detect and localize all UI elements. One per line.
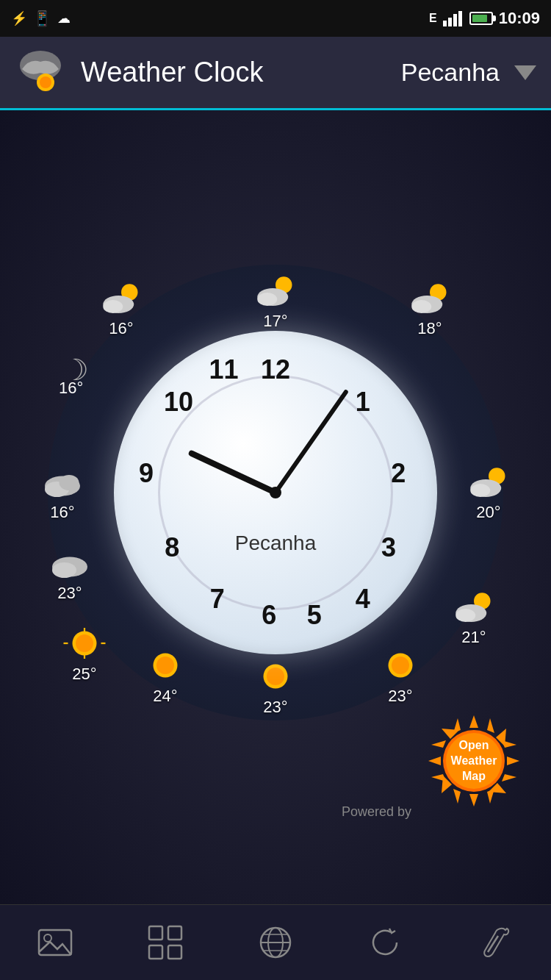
- svg-marker-53: [431, 740, 446, 748]
- status-left-icons: ⚡ 📱 ☁: [11, 10, 71, 27]
- svg-rect-2: [453, 14, 457, 26]
- svg-marker-48: [502, 740, 516, 748]
- weather-item-top-left: 16°: [99, 279, 143, 338]
- clock-num-8: 8: [165, 532, 179, 563]
- clock-num-1: 1: [356, 387, 370, 418]
- temp-bottom-center-right: 23°: [388, 687, 412, 706]
- svg-marker-45: [428, 757, 441, 765]
- svg-marker-47: [487, 718, 494, 733]
- cloud-sun-icon-bottom-right: [452, 588, 496, 625]
- svg-point-12: [411, 300, 431, 313]
- header-location[interactable]: Pecanha: [401, 58, 500, 87]
- bottom-widgets-button[interactable]: [143, 920, 187, 965]
- temp-bottom-left: 25°: [72, 665, 96, 684]
- app-logo: [15, 47, 66, 99]
- temp-top-right: 18°: [417, 319, 442, 338]
- sim-icon: 📱: [33, 10, 51, 27]
- svg-marker-39: [469, 715, 478, 728]
- owm-button[interactable]: Open Weather Map: [426, 713, 522, 809]
- svg-marker-43: [469, 794, 478, 806]
- svg-rect-60: [168, 926, 181, 940]
- svg-marker-51: [453, 789, 461, 804]
- weather-item-bottom-center-left: 24°: [143, 647, 187, 706]
- cloud-icon-left-lower: [48, 544, 92, 581]
- svg-point-28: [156, 657, 174, 674]
- sun-icon-bottom-center-right: [378, 647, 422, 684]
- weather-item-right: 20°: [467, 463, 511, 522]
- svg-rect-59: [149, 926, 162, 940]
- cloud-sun-icon-right: [467, 463, 511, 500]
- svg-point-9: [257, 293, 277, 306]
- status-time: 10:09: [499, 9, 540, 28]
- svg-marker-49: [502, 774, 516, 782]
- svg-point-30: [267, 668, 284, 685]
- cloud-sun-icon-top-left: [99, 279, 143, 316]
- temp-bottom-center: 23°: [263, 698, 287, 717]
- sun-icon-bottom-center-left: [143, 647, 187, 684]
- clock-num-3: 3: [381, 532, 396, 563]
- svg-rect-0: [443, 21, 447, 26]
- clock-outer-ring: 17° 18° 16°: [48, 265, 503, 720]
- center-dot: [270, 487, 281, 498]
- temp-left-lower: 23°: [57, 584, 82, 603]
- svg-point-6: [40, 76, 51, 88]
- dropdown-arrow-icon[interactable]: [514, 65, 536, 80]
- temp-moon: 16°: [59, 379, 83, 398]
- bottom-globe-button[interactable]: [253, 920, 298, 965]
- weather-item-top: 17°: [253, 272, 298, 331]
- bottom-settings-button[interactable]: [474, 920, 518, 965]
- clock-num-9: 9: [139, 458, 154, 489]
- weather-item-left: 16°: [40, 463, 84, 522]
- clock-num-11: 11: [209, 354, 239, 385]
- svg-point-38: [455, 609, 475, 622]
- clock-face: 12 1 2 3 4 5 6 7 8 9 10 11 Pecanha: [114, 331, 437, 654]
- cloud-icon: ☁: [57, 10, 71, 26]
- svg-rect-57: [39, 930, 71, 955]
- weather-item-bottom-left: 25°: [62, 625, 107, 684]
- svg-rect-1: [448, 18, 452, 26]
- temp-top: 17°: [263, 312, 287, 331]
- clock-num-10: 10: [164, 387, 193, 418]
- usb-icon: ⚡: [11, 10, 27, 26]
- svg-rect-3: [458, 11, 462, 26]
- battery-icon: [469, 12, 493, 25]
- status-right-icons: E 10:09: [429, 9, 540, 28]
- temp-bottom-center-left: 24°: [153, 687, 177, 706]
- globe-icon: [257, 924, 294, 961]
- owm-label: Open Weather Map: [444, 738, 503, 784]
- app-header: Weather Clock Pecanha: [0, 37, 551, 110]
- bottom-refresh-button[interactable]: [364, 920, 408, 965]
- refresh-icon: [367, 924, 404, 961]
- clock-num-2: 2: [391, 458, 406, 489]
- clock-num-7: 7: [210, 584, 225, 615]
- weather-item-top-right: 18°: [408, 279, 452, 338]
- sun-icon-bottom-center: [253, 658, 298, 695]
- status-bar: ⚡ 📱 ☁ E 10:09: [0, 0, 551, 37]
- clock-num-5: 5: [307, 600, 322, 631]
- battery-fill: [472, 15, 487, 22]
- signal-type: E: [429, 12, 437, 25]
- svg-point-22: [76, 634, 93, 652]
- app-title: Weather Clock: [81, 57, 401, 88]
- svg-marker-50: [487, 789, 494, 804]
- cloud-sun-icon-top-right: [408, 279, 452, 316]
- clock-num-4: 4: [356, 584, 370, 615]
- svg-point-15: [103, 300, 123, 313]
- svg-marker-41: [507, 757, 519, 765]
- clock-num-6: 6: [262, 600, 276, 631]
- svg-point-18: [60, 475, 79, 490]
- svg-point-58: [44, 934, 51, 942]
- wrench-icon: [478, 924, 514, 961]
- signal-bars-icon: [443, 10, 464, 26]
- main-content: 17° 18° 16°: [0, 110, 551, 904]
- sun-icon-bottom-left: [62, 625, 107, 662]
- bottom-wallpaper-button[interactable]: [33, 920, 77, 965]
- svg-rect-62: [168, 945, 181, 959]
- svg-rect-61: [149, 945, 162, 959]
- bottom-bar: [0, 904, 551, 980]
- svg-marker-54: [453, 718, 461, 733]
- weather-item-left-lower: 23°: [48, 544, 92, 603]
- temp-top-left: 16°: [109, 319, 133, 338]
- svg-marker-52: [431, 774, 446, 782]
- grid-icon: [147, 924, 184, 961]
